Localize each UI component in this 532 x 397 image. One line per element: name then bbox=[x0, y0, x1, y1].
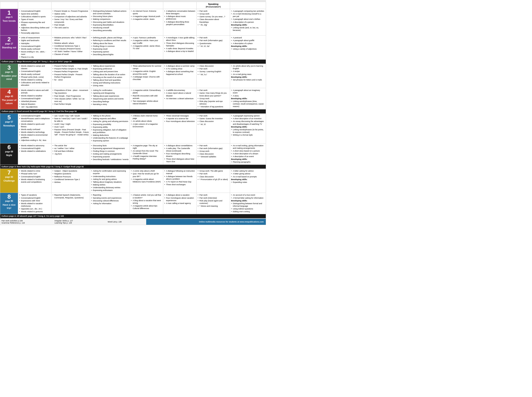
list-item: * /h/, /dʒ/ bbox=[198, 24, 229, 26]
list-item: Adjectives describing clothes and fashio… bbox=[19, 26, 50, 31]
list-item: Making requests and offers bbox=[91, 117, 128, 120]
list-item: Relative adverb: where bbox=[53, 42, 89, 44]
struct-m1: Present Simple vs. Present ProgressiveSt… bbox=[51, 9, 90, 36]
list-item: A dialogue about a vacation bbox=[164, 194, 195, 196]
list-item: Talking about the future bbox=[91, 42, 128, 45]
list-item: A paragraph about graffiti bbox=[231, 39, 265, 42]
list-item: Negative Questions bbox=[53, 172, 89, 175]
list-item: Two newspaper articles about natural dis… bbox=[131, 100, 162, 105]
list-item: Class discussion bbox=[198, 153, 229, 155]
listening-m5: Three voicemail messagesA reporter at a … bbox=[163, 114, 197, 143]
list-item: Comparison of adjectives and adverbs bbox=[53, 15, 89, 18]
list-item: A feature article: And you call that a v… bbox=[131, 194, 162, 199]
list-item: The verb used to bbox=[53, 26, 89, 29]
list-item: An extract from the novel: The Cantervil… bbox=[131, 150, 162, 155]
list-item: Conversational English bbox=[19, 10, 50, 12]
speaking-m8: Pair workPair work (Interview)Role play … bbox=[197, 193, 230, 214]
list-item: Conversational English bbox=[19, 147, 50, 150]
list-item: A letter asking for advice bbox=[231, 170, 265, 172]
list-item: A radio play: The Canterville Ghost (con… bbox=[164, 147, 195, 152]
list-item: Discussing facts bbox=[91, 144, 128, 147]
list-item: A dialogue between two friends about a p… bbox=[164, 175, 195, 180]
writing-m5: A paragraph expressing opinionA short de… bbox=[230, 114, 266, 143]
list-item: A radio show: Beyoncé Knowles bbox=[164, 47, 195, 50]
list-item: Narrating events and experiences bbox=[91, 197, 128, 199]
list-item: Discussing future plans bbox=[91, 15, 128, 18]
speaking-m6: Pair workPair work (Information gap)Grou… bbox=[197, 143, 230, 165]
speaking-m4: Pair workGame: How many things do you kn… bbox=[197, 88, 230, 109]
list-item: Talking about the duration of an action bbox=[91, 73, 128, 76]
list-item: Three advertisements for summer camps bbox=[131, 65, 162, 70]
list-item: A letter giving advice bbox=[231, 172, 265, 175]
listening-m1: A telephone conversation between three t… bbox=[163, 9, 197, 36]
list-item: Nouns ending in -ion, -ation, -ment bbox=[19, 50, 50, 56]
writing-m7: A letter asking for adviceA letter givin… bbox=[230, 169, 266, 193]
footer-irregular: Irregular Verbs p. 127 bbox=[55, 220, 105, 222]
list-item: A monologue: A tour guide talking about … bbox=[164, 36, 195, 42]
col-speaking: Speaking(Pronunciation*) bbox=[197, 2, 230, 9]
vocab-m8: Types of vacationsConversational English… bbox=[18, 193, 51, 214]
list-item: Making comparisons bbox=[91, 18, 128, 20]
list-item: Units of measurement bbox=[19, 36, 50, 39]
list-item: for - since bbox=[53, 79, 89, 81]
reading-m7: A comic strip about a theftQuiz: How far… bbox=[130, 169, 163, 193]
list-item: A dialogue about a trip to Madrid bbox=[164, 50, 195, 53]
list-item: A dialogue about constellations bbox=[164, 144, 195, 147]
writing-m6: An e-mail inviting, giving information a… bbox=[230, 143, 266, 165]
listening-m3: A dialogue about a summer campA TV cooki… bbox=[163, 64, 197, 88]
struct-m8: Reported Speech (Statements, Commands, R… bbox=[51, 193, 90, 214]
vocab-m4: Words related to nature and wild animals… bbox=[18, 88, 51, 109]
list-item: Expressing ability bbox=[91, 126, 128, 128]
list-item: Introducing oneself bbox=[91, 26, 128, 29]
speaking-m3: Class discussionPair workSurvey: Learnin… bbox=[197, 64, 230, 88]
list-item: Words related to crime bbox=[19, 170, 50, 172]
col-functions bbox=[90, 2, 130, 9]
listening-m8: A dialogue about a vacationFour monologu… bbox=[163, 193, 197, 214]
contents-table: Speaking(Pronunciation*) 1page 5Teen tre… bbox=[0, 2, 266, 218]
func-m6: Discussing factsExpressing agreement/ di… bbox=[90, 143, 130, 165]
list-item: Collocations related to sports bbox=[19, 15, 50, 18]
list-item: Words easily confused bbox=[19, 48, 50, 50]
list-item: Pair work bbox=[198, 194, 229, 196]
list-item: Understanding dictionary entries bbox=[91, 186, 128, 189]
list-item: Places in a city bbox=[19, 56, 50, 58]
list-item: Present Perfect Simple bbox=[53, 65, 89, 67]
list-item: Natural disasters bbox=[19, 103, 50, 105]
list-item: A comic strip about a theft bbox=[131, 170, 162, 172]
module-row-m8: 8page 95Have a nice trip!Types of vacati… bbox=[0, 193, 266, 214]
list-item: Giving and following instructions bbox=[91, 81, 128, 84]
reading-m5: A fitness club's Internet home pageAn ar… bbox=[130, 114, 163, 143]
list-item: Wishes bbox=[53, 181, 89, 184]
list-item: Conversational English bbox=[19, 97, 50, 100]
list-item: A quiz: Famous Landmarks bbox=[131, 36, 162, 39]
list-item: * Pronunciation of gh (/f/ or silent) bbox=[198, 178, 229, 181]
list-item: Asking for information bbox=[91, 202, 128, 205]
list-item: Three short dialogues discussing hairsty… bbox=[164, 42, 195, 47]
list-item: Words related to celebrations bbox=[19, 150, 50, 152]
vocab-m5: Conversational EnglishWords/Phrases used… bbox=[18, 114, 51, 143]
list-item: Role play (reporter and eye witness) bbox=[198, 100, 229, 105]
list-item: Developing skills: bbox=[231, 24, 265, 26]
reading-m3: Three advertisements for summer campsA m… bbox=[130, 64, 163, 88]
list-item: A description of a place bbox=[231, 42, 265, 45]
list-item: Three short exchanges bbox=[164, 183, 195, 186]
list-item: A short description of an invention bbox=[231, 117, 265, 120]
list-item: A magazine article: Extraordinary plants bbox=[131, 89, 162, 94]
writing-m4: A paragraph about an imaginary eventA st… bbox=[230, 88, 266, 109]
list-item: Distinguishing between habitual actions … bbox=[91, 10, 128, 15]
func-m5: Talking on the phoneMaking requests and … bbox=[90, 114, 130, 143]
list-item: Linking words/phrases (to list points, t… bbox=[231, 128, 265, 133]
list-item: Linking past and present time bbox=[91, 70, 128, 73]
func-m7: Asking for confirmation and expressing s… bbox=[90, 169, 130, 193]
list-item: A health magazine interview: Feeling sle… bbox=[131, 155, 162, 160]
list-item: * Intonation of tag questions bbox=[198, 105, 229, 108]
header-banner bbox=[0, 0, 266, 2]
list-item: Pair work bbox=[198, 10, 229, 12]
list-item: Conversational English bbox=[19, 45, 50, 48]
list-item: so / neither / too / either bbox=[53, 147, 89, 150]
list-item: Time Clauses (Present-Future) bbox=[53, 48, 89, 50]
list-item: Real-life encounters with wild animals bbox=[131, 94, 162, 100]
list-item: Phrases expressing like and dislike bbox=[19, 21, 50, 26]
list-item: * Stress and meaning bbox=[198, 205, 229, 207]
module-cell-m5: 5page 57Nowadays bbox=[0, 114, 18, 143]
